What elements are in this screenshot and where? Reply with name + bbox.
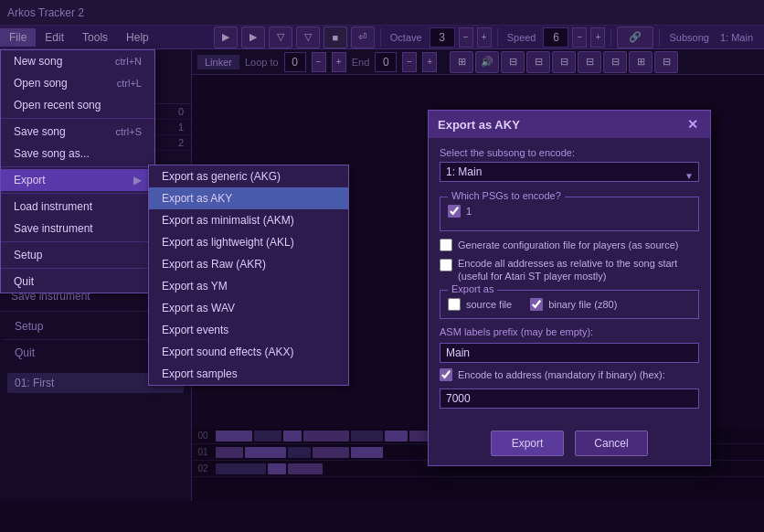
cancel-btn[interactable]: Cancel <box>575 431 648 456</box>
export-akr[interactable]: Export as Raw (AKR) <box>149 253 348 275</box>
open-song-shortcut: ctrl+L <box>117 78 142 89</box>
export-arrow: ▶ <box>133 174 142 186</box>
psg-value-label: 1 <box>466 206 472 217</box>
binary-file-row: binary file (z80) <box>530 298 617 311</box>
load-instrument-label: Load instrument <box>14 200 92 213</box>
subsong-select[interactable]: 1: Main <box>440 162 699 182</box>
encode-addr-text: Encode all addresses as relative to the … <box>458 257 677 282</box>
export-akx[interactable]: Export sound effects (AKX) <box>149 341 348 363</box>
subsong-section-label: Select the subsong to encode: <box>440 147 699 158</box>
export-akl[interactable]: Export as lightweight (AKL) <box>149 231 348 253</box>
export-as-options: source file binary file (z80) <box>448 298 691 311</box>
sep3 <box>1 193 154 194</box>
encode-addr2-checkbox[interactable] <box>440 368 452 381</box>
encode-addr-sub: (useful for Atari ST player mostly) <box>458 271 606 282</box>
open-song-label: Open song <box>14 77 68 90</box>
asm-prefix-input[interactable] <box>440 343 699 363</box>
dialog-footer: Export Cancel <box>429 423 710 465</box>
sep4 <box>1 241 154 242</box>
export-wav[interactable]: Export as WAV <box>149 297 348 319</box>
gen-config-checkbox[interactable] <box>440 239 452 251</box>
menu-save-song[interactable]: Save song ctrl+S <box>1 121 154 143</box>
menu-export[interactable]: Export ▶ <box>1 169 154 191</box>
binary-file-checkbox[interactable] <box>530 298 543 311</box>
psg-group-title: Which PSGs to encode? <box>448 190 565 201</box>
menu-open-recent[interactable]: Open recent song <box>1 94 154 116</box>
subsong-select-wrapper: 1: Main <box>440 162 699 189</box>
menu-load-instrument[interactable]: Load instrument <box>1 196 154 218</box>
menu-open-song[interactable]: Open song ctrl+L <box>1 72 154 94</box>
source-file-row: source file <box>448 298 512 311</box>
sep1 <box>1 118 154 119</box>
encode-addr2-input[interactable] <box>440 388 699 409</box>
new-song-shortcut: ctrl+N <box>115 56 142 67</box>
dialog-title-bar: Export as AKY ✕ <box>429 111 710 138</box>
gen-config-row: Generate configuration file for players … <box>440 239 699 251</box>
export-akm[interactable]: Export as minimalist (AKM) <box>149 209 348 231</box>
psg-group: Which PSGs to encode? 1 <box>440 197 699 231</box>
quit-label: Quit <box>14 275 34 288</box>
menu-save-as[interactable]: Save song as... <box>1 143 154 165</box>
gen-config-label: Generate configuration file for players … <box>458 239 679 250</box>
menu-quit[interactable]: Quit <box>1 271 154 293</box>
export-dialog: Export as AKY ✕ Select the subsong to en… <box>428 110 711 466</box>
encode-addr2-row: Encode to address (mandatory if binary) … <box>440 368 699 381</box>
menu-setup[interactable]: Setup <box>1 244 154 266</box>
export-events[interactable]: Export events <box>149 319 348 341</box>
export-label: Export <box>14 174 46 186</box>
encode-addr2-label: Encode to address (mandatory if binary) … <box>458 369 665 380</box>
save-as-label: Save song as... <box>14 147 90 160</box>
save-instrument-label: Save instrument <box>14 222 93 235</box>
sep5 <box>1 268 154 269</box>
source-file-checkbox[interactable] <box>448 298 461 311</box>
export-ym[interactable]: Export as YM <box>149 275 348 297</box>
encode-addr-row: Encode all addresses as relative to the … <box>440 257 699 282</box>
source-file-label: source file <box>466 299 512 310</box>
export-samples[interactable]: Export samples <box>149 363 348 385</box>
dialog-body: Select the subsong to encode: 1: Main Wh… <box>429 138 710 423</box>
encode-addr-checkbox[interactable] <box>440 259 452 271</box>
open-recent-label: Open recent song <box>14 99 101 112</box>
save-song-label: Save song <box>14 125 66 138</box>
export-aky[interactable]: Export as AKY <box>149 187 348 209</box>
new-song-label: New song <box>14 55 62 68</box>
save-song-shortcut: ctrl+S <box>116 126 142 137</box>
binary-file-label: binary file (z80) <box>548 299 617 310</box>
export-akg[interactable]: Export as generic (AKG) <box>149 165 348 187</box>
setup-label: Setup <box>14 249 42 261</box>
asm-prefix-label: ASM labels prefix (may be empty): <box>440 326 699 337</box>
file-menu-dropdown: New song ctrl+N Open song ctrl+L Open re… <box>0 49 155 293</box>
menu-save-instrument[interactable]: Save instrument <box>1 218 154 239</box>
dialog-title: Export as AKY <box>438 118 520 132</box>
export-as-title: Export as <box>448 283 497 294</box>
export-as-group: Export as source file binary file (z80) <box>440 290 699 319</box>
psg-checkbox[interactable] <box>448 205 461 218</box>
sep2 <box>1 166 154 167</box>
dialog-close-btn[interactable]: ✕ <box>684 116 701 133</box>
psg-checkbox-row: 1 <box>448 205 691 218</box>
export-btn[interactable]: Export <box>491 431 564 456</box>
export-submenu: Export as generic (AKG) Export as AKY Ex… <box>148 165 349 386</box>
menu-new-song[interactable]: New song ctrl+N <box>1 50 154 72</box>
encode-addr-label: Encode all addresses as relative to the … <box>458 258 677 269</box>
